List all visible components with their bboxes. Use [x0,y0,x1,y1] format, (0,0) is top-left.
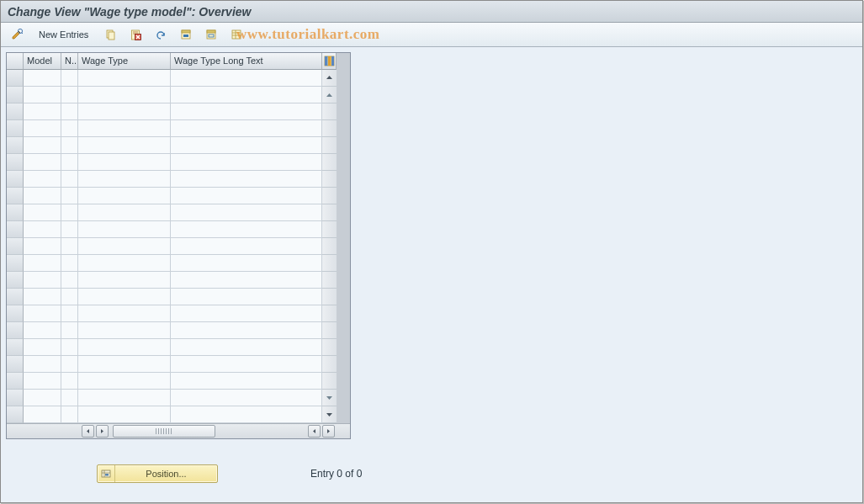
table-cell[interactable] [24,356,61,373]
vscroll-track[interactable] [322,221,337,238]
table-cell[interactable] [61,238,78,255]
table-cell[interactable] [24,188,61,204]
table-cell[interactable] [24,255,61,272]
table-settings-button[interactable] [225,25,247,44]
row-selector[interactable] [7,204,24,221]
row-selector[interactable] [7,221,24,238]
table-cell[interactable] [24,390,61,406]
row-selector[interactable] [7,322,24,339]
table-cell[interactable] [171,373,322,390]
deselect-all-button[interactable] [200,25,222,44]
table-cell[interactable] [24,272,61,289]
table-cell[interactable] [24,120,61,137]
delete-button[interactable] [125,25,146,44]
row-selector[interactable] [7,87,24,103]
table-cell[interactable] [171,322,322,339]
configure-columns-button[interactable] [322,53,337,70]
row-selector[interactable] [7,137,24,154]
table-cell[interactable] [78,204,171,221]
vscroll-track[interactable] [322,356,337,373]
table-cell[interactable] [78,154,171,171]
table-cell[interactable] [24,137,61,154]
table-cell[interactable] [61,406,78,423]
table-cell[interactable] [24,322,61,339]
table-cell[interactable] [61,322,78,339]
table-cell[interactable] [78,70,171,87]
row-selector[interactable] [7,238,24,255]
row-selector[interactable] [7,305,24,322]
table-cell[interactable] [61,137,78,154]
table-cell[interactable] [171,87,322,103]
vscroll-track[interactable] [322,339,337,356]
table-cell[interactable] [61,154,78,171]
vscroll-down-small-button[interactable] [322,390,337,406]
table-cell[interactable] [78,406,171,423]
hscroll-left-button[interactable] [82,425,94,438]
table-cell[interactable] [171,289,322,305]
vscroll-track[interactable] [322,373,337,390]
table-cell[interactable] [78,188,171,204]
select-all-button[interactable] [175,25,197,44]
table-cell[interactable] [171,272,322,289]
row-selector[interactable] [7,406,24,423]
table-cell[interactable] [78,120,171,137]
vscroll-track[interactable] [322,171,337,188]
table-cell[interactable] [78,255,171,272]
row-selector[interactable] [7,171,24,188]
table-cell[interactable] [78,137,171,154]
table-cell[interactable] [61,272,78,289]
row-selector[interactable] [7,255,24,272]
row-selector[interactable] [7,188,24,204]
table-cell[interactable] [78,103,171,120]
vscroll-up-small-button[interactable] [322,87,337,103]
hscroll-thumb[interactable] [113,425,215,438]
vscroll-track[interactable] [322,322,337,339]
vscroll-track[interactable] [322,305,337,322]
table-cell[interactable] [171,390,322,406]
row-selector[interactable] [7,390,24,406]
table-cell[interactable] [171,238,322,255]
column-header-wage-type[interactable]: Wage Type [78,53,171,70]
table-cell[interactable] [24,373,61,390]
table-cell[interactable] [171,154,322,171]
vscroll-track[interactable] [322,238,337,255]
table-cell[interactable] [24,406,61,423]
row-selector[interactable] [7,272,24,289]
table-cell[interactable] [78,390,171,406]
table-cell[interactable] [61,373,78,390]
table-cell[interactable] [171,120,322,137]
vscroll-track[interactable] [322,154,337,171]
table-cell[interactable] [78,87,171,103]
table-cell[interactable] [24,103,61,120]
table-cell[interactable] [61,87,78,103]
table-cell[interactable] [61,204,78,221]
table-cell[interactable] [24,154,61,171]
row-selector[interactable] [7,120,24,137]
table-cell[interactable] [171,356,322,373]
table-cell[interactable] [78,238,171,255]
table-cell[interactable] [78,356,171,373]
table-cell[interactable] [78,272,171,289]
vscroll-track[interactable] [322,188,337,204]
table-cell[interactable] [78,322,171,339]
row-selector[interactable] [7,339,24,356]
column-header-model[interactable]: Model [24,53,61,70]
table-cell[interactable] [24,238,61,255]
table-cell[interactable] [61,390,78,406]
table-cell[interactable] [24,221,61,238]
table-cell[interactable] [171,188,322,204]
table-cell[interactable] [61,188,78,204]
new-entries-button[interactable]: New Entries [31,25,96,44]
vscroll-track[interactable] [322,204,337,221]
table-cell[interactable] [61,70,78,87]
table-cell[interactable] [78,221,171,238]
column-header-n[interactable]: N.. [61,53,78,70]
row-selector[interactable] [7,103,24,120]
vscroll-track[interactable] [322,289,337,305]
table-cell[interactable] [61,221,78,238]
position-button[interactable]: Position... [97,464,218,483]
column-header-wage-type-long-text[interactable]: Wage Type Long Text [171,53,322,70]
table-cell[interactable] [24,305,61,322]
hscroll-right-button[interactable] [96,425,109,438]
table-cell[interactable] [171,221,322,238]
